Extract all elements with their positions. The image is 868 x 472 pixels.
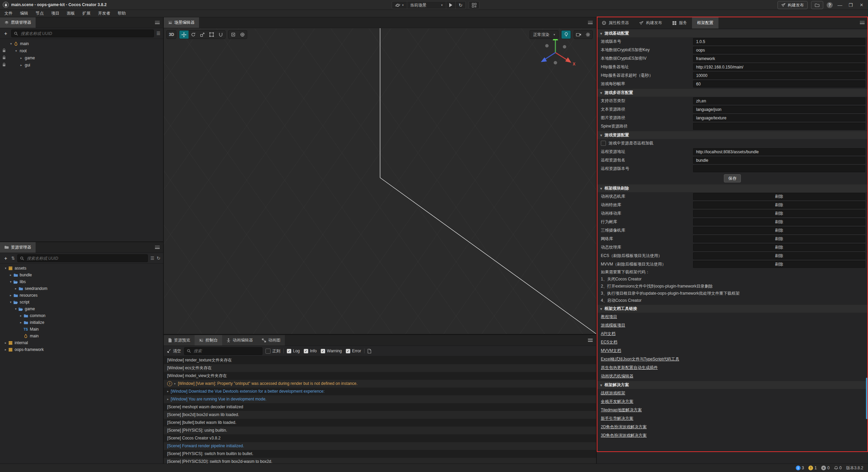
chevron-down-icon[interactable]: ▾ — [14, 49, 18, 53]
tree-node-common[interactable]: ▸ common — [0, 312, 163, 319]
tree-node-game[interactable]: ▾ game — [0, 306, 163, 312]
lock-icon[interactable] — [2, 63, 6, 67]
console-message[interactable]: ▸[Window] Download the Vue Devtools exte… — [164, 388, 596, 395]
assets-search[interactable] — [17, 254, 148, 262]
console-message[interactable]: [Scene] [bullet]:bullet wasm lib loaded. — [164, 419, 596, 427]
sort-assets-icon[interactable]: ⇅ — [11, 256, 15, 260]
ui-transform-tool-button[interactable] — [216, 31, 225, 39]
status-info-count[interactable]: i 3 — [796, 466, 804, 470]
doc-link[interactable]: 2D角色扮演游戏解决方案 — [597, 423, 868, 431]
chevron-down-icon[interactable]: ▾ — [600, 91, 602, 95]
filter-log[interactable]: ✓ Log — [287, 349, 300, 353]
gizmo-space-button[interactable] — [238, 31, 247, 39]
input-Spine资源路径[interactable] — [693, 123, 865, 130]
tree-node-initialize[interactable]: ▸ initialize — [0, 319, 163, 326]
build-publish-button[interactable]: 构建发布 — [777, 1, 808, 9]
input-远程资源地址[interactable]: http://localhost:8083/assets/bundle — [693, 148, 865, 155]
close-button[interactable]: × — [858, 2, 865, 8]
section-header-2[interactable]: ▾ 游戏资源配置 — [597, 131, 868, 139]
rotate-tool-button[interactable] — [189, 31, 198, 39]
console-message[interactable]: [Window] render_texture文件夹存在 — [164, 356, 596, 364]
refresh-assets-icon[interactable]: ↻ — [157, 256, 160, 260]
console-message[interactable]: [Scene] Forward render pipeline initiali… — [164, 442, 596, 450]
menu-item-0[interactable]: 文件 — [1, 11, 16, 16]
input-文本资源路径[interactable]: language/json — [693, 106, 865, 113]
tree-node-libs[interactable]: ▾ libs — [0, 278, 163, 285]
rect-tool-button[interactable] — [207, 31, 216, 39]
filter-info[interactable]: ✓ Info — [304, 349, 317, 353]
panel-menu-icon[interactable] — [155, 246, 160, 249]
doc-link[interactable]: 教程项目 — [597, 313, 868, 321]
doc-link[interactable]: ECS文档 — [597, 338, 868, 347]
section-header-5[interactable]: ▾ 框架解决方案 — [597, 381, 868, 389]
console-message[interactable]: [Window] model_view文件夹存在 — [164, 372, 596, 380]
menu-item-5[interactable]: 扩展 — [79, 11, 94, 16]
chevron-right-icon[interactable]: ▸ — [8, 294, 13, 297]
trim-button-动画移动库[interactable]: 剔除 — [693, 210, 865, 217]
console-tab-1[interactable]: 控制台 — [195, 335, 222, 346]
inspector-tab-3[interactable]: 框架配置 — [692, 17, 718, 28]
lock-icon[interactable] — [2, 56, 6, 60]
chevron-right-icon[interactable]: ▸ — [19, 56, 23, 60]
doc-link[interactable]: 全栈开发解决方案 — [597, 397, 868, 406]
menu-item-7[interactable]: 帮助 — [114, 11, 130, 16]
panel-menu-icon[interactable] — [155, 21, 160, 24]
checkbox-icon[interactable]: ✓ — [346, 349, 350, 353]
console-message[interactable]: [Scene] meshopt wasm decoder initialized — [164, 403, 596, 411]
hierarchy-search-input[interactable] — [20, 31, 151, 36]
input-Http服务器请求超时（毫秒）[interactable]: 10000 — [693, 72, 865, 79]
chevron-right-icon[interactable]: ▸ — [8, 273, 13, 277]
console-message[interactable]: [Scene] [PHYSICS2D]: switch from box2d-w… — [164, 458, 596, 464]
platform-select[interactable]: ▾ — [392, 1, 407, 9]
chevron-down-icon[interactable]: ▾ — [600, 307, 602, 311]
filter-warning[interactable]: ✓ Warning — [321, 349, 342, 353]
inspector-tab-0[interactable]: 属性检查器 — [597, 17, 634, 28]
scrollbar-thumb[interactable] — [866, 378, 868, 419]
chevron-right-icon[interactable]: ▸ — [19, 321, 23, 324]
console-search[interactable] — [184, 347, 262, 355]
filter-list-icon[interactable]: ☰ — [150, 256, 154, 260]
chevron-down-icon[interactable]: ▾ — [600, 186, 602, 191]
tree-node-game[interactable]: ▸ game — [0, 54, 163, 61]
input-游戏每秒帧率[interactable]: 60 — [693, 80, 865, 87]
tree-node-internal[interactable]: ▸ internal — [0, 339, 163, 346]
chevron-down-icon[interactable]: ▾ — [600, 31, 602, 36]
console-message[interactable]: [Scene] Cocos Creator v3.8.2 — [164, 434, 596, 442]
expand-icon[interactable]: ▸ — [174, 380, 176, 388]
log-file-icon[interactable] — [368, 349, 371, 353]
tree-node-script[interactable]: ▾ script — [0, 299, 163, 306]
chevron-down-icon[interactable]: ▾ — [8, 280, 13, 283]
trim-button-网络库[interactable]: 剔除 — [693, 235, 865, 242]
status-notifications[interactable]: 0 — [834, 466, 842, 470]
regex-checkbox[interactable]: 正则 — [265, 348, 280, 354]
menu-item-1[interactable]: 编辑 — [16, 11, 32, 16]
help-button[interactable]: ? — [827, 2, 833, 8]
gizmo-pivot-button[interactable] — [229, 31, 238, 39]
chevron-down-icon[interactable]: ▾ — [600, 383, 602, 388]
panel-menu-icon[interactable] — [860, 21, 865, 24]
console-message[interactable]: [Scene] [PHYSICS]: using builtin. — [164, 427, 596, 434]
console-search-input[interactable] — [193, 348, 260, 354]
doc-link[interactable]: 原生包热更新配置自动生成插件 — [597, 363, 868, 372]
console-tab-3[interactable]: 动画图 — [257, 335, 285, 346]
input-支持语言类型[interactable]: zh,en — [693, 97, 865, 104]
tree-node-main[interactable]: ▾ main — [0, 40, 163, 47]
tree-node-resources[interactable]: ▸ resources — [0, 292, 163, 299]
trim-button-动画特效库[interactable]: 剔除 — [693, 201, 865, 209]
inspector-tab-1[interactable]: 构建发布 — [634, 17, 667, 28]
console-tab-2[interactable]: 动画编辑器 — [222, 335, 257, 346]
console-message[interactable]: ▸[Window] You are running Vue in develop… — [164, 395, 596, 403]
expand-icon[interactable]: ▸ — [167, 395, 169, 403]
doc-link[interactable]: Tiledmap地图解决方案 — [597, 406, 868, 414]
chevron-down-icon[interactable]: ▾ — [9, 42, 13, 45]
assets-search-input[interactable] — [26, 256, 145, 261]
tab-assets[interactable]: 资源管理器 — [0, 242, 36, 253]
clear-console-button[interactable]: 清空 — [167, 348, 181, 354]
minimize-button[interactable]: — — [836, 2, 844, 8]
menu-item-3[interactable]: 项目 — [47, 11, 63, 16]
lock-icon[interactable] — [2, 48, 6, 53]
status-error-count[interactable]: × 0 — [821, 466, 830, 470]
gear-icon[interactable] — [583, 31, 592, 39]
camera-settings-button[interactable] — [574, 31, 583, 39]
chevron-right-icon[interactable]: ▸ — [14, 287, 18, 290]
